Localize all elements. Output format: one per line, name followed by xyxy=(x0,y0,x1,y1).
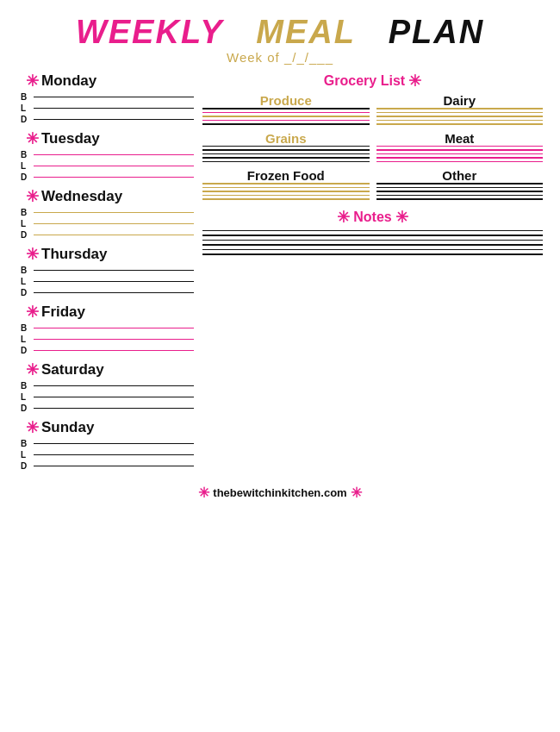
meat-line-5 xyxy=(376,161,544,163)
friday-star-icon: ✳ xyxy=(26,303,39,322)
day-thursday: ✳ Thursday B L D xyxy=(17,245,194,297)
produce-lines xyxy=(202,108,370,128)
thursday-b-label: B xyxy=(21,266,31,275)
grains-lines xyxy=(202,146,370,166)
tuesday-dinner-row: D xyxy=(17,172,194,182)
day-sunday-header: ✳ Sunday xyxy=(17,418,194,437)
other-label: Other xyxy=(376,168,544,183)
other-line-5 xyxy=(376,198,544,200)
other-lines xyxy=(376,183,544,203)
sunday-d-line xyxy=(34,466,194,467)
other-line-3 xyxy=(376,191,544,192)
thursday-b-line xyxy=(34,270,194,272)
frozen-line-4 xyxy=(202,195,370,197)
thursday-l-line xyxy=(34,281,194,283)
grocery-list-title: Grocery List xyxy=(324,73,405,89)
sunday-label: Sunday xyxy=(41,419,94,436)
dairy-label: Dairy xyxy=(376,93,544,108)
wednesday-d-label: D xyxy=(21,230,31,240)
friday-b-label: B xyxy=(21,323,31,333)
monday-l-line xyxy=(34,108,194,109)
sunday-dinner-row: D xyxy=(17,461,194,471)
sunday-l-line xyxy=(34,454,194,456)
thursday-star-icon: ✳ xyxy=(26,245,39,264)
notes-line-4 xyxy=(202,244,543,246)
notes-line-1 xyxy=(202,230,543,232)
friday-l-label: L xyxy=(21,335,31,344)
monday-breakfast-row: B xyxy=(17,92,194,102)
tuesday-d-label: D xyxy=(21,172,31,182)
notes-line-2 xyxy=(202,235,543,236)
monday-star-icon: ✳ xyxy=(26,72,39,91)
thursday-d-line xyxy=(34,292,194,294)
produce-line-2 xyxy=(202,112,370,114)
tuesday-label: Tuesday xyxy=(41,130,100,147)
day-thursday-header: ✳ Thursday xyxy=(17,245,194,264)
grains-label: Grains xyxy=(202,131,370,146)
other-line-4 xyxy=(376,195,544,197)
friday-label: Friday xyxy=(41,303,85,321)
notes-title: Notes xyxy=(353,210,391,225)
day-tuesday: ✳ Tuesday B L D xyxy=(17,129,194,182)
wednesday-lunch-row: L xyxy=(17,219,194,228)
wednesday-d-line xyxy=(34,235,194,236)
produce-line-3 xyxy=(202,116,370,117)
day-wednesday: ✳ Wednesday B L D xyxy=(17,187,194,240)
saturday-d-label: D xyxy=(21,404,31,413)
tuesday-star-icon: ✳ xyxy=(26,129,39,148)
notes-line-5 xyxy=(202,249,543,251)
frozen-line-1 xyxy=(202,183,370,185)
sunday-b-label: B xyxy=(21,439,31,448)
monday-lunch-row: L xyxy=(17,103,194,113)
wednesday-dinner-row: D xyxy=(17,230,194,240)
thursday-d-label: D xyxy=(21,288,31,297)
monday-d-label: D xyxy=(21,115,31,124)
frozen-line-3 xyxy=(202,191,370,192)
sunday-l-label: L xyxy=(21,450,31,460)
header: WEEKLY MEAL PLAN Week of _/_/___ xyxy=(17,16,543,65)
monday-l-label: L xyxy=(21,103,31,113)
tuesday-l-label: L xyxy=(21,161,31,171)
grains-meat-lines xyxy=(202,146,543,166)
title-weekly: WEEKLY xyxy=(76,14,224,50)
day-monday-header: ✳ Monday xyxy=(17,72,194,91)
dairy-line-2 xyxy=(376,112,544,114)
wednesday-label: Wednesday xyxy=(41,188,122,205)
wednesday-b-label: B xyxy=(21,208,31,217)
meat-label: Meat xyxy=(376,131,544,146)
meat-line-4 xyxy=(376,157,544,159)
notes-line-3 xyxy=(202,240,543,241)
saturday-label: Saturday xyxy=(41,361,104,379)
friday-l-line xyxy=(34,339,194,341)
day-tuesday-header: ✳ Tuesday xyxy=(17,129,194,148)
wednesday-star-icon: ✳ xyxy=(26,187,39,206)
thursday-lunch-row: L xyxy=(17,277,194,286)
right-column: Grocery List ✳ Produce Dairy xyxy=(202,72,543,476)
monday-label: Monday xyxy=(41,72,96,90)
saturday-lunch-row: L xyxy=(17,392,194,402)
day-sunday: ✳ Sunday B L D xyxy=(17,418,194,471)
day-monday: ✳ Monday B L D xyxy=(17,72,194,124)
title-meal: MEAL xyxy=(256,14,356,50)
saturday-l-line xyxy=(34,397,194,398)
friday-d-line xyxy=(34,350,194,352)
produce-dairy-labels: Produce Dairy xyxy=(202,93,543,108)
title-plan: PLAN xyxy=(389,14,484,50)
grains-line-4 xyxy=(202,157,370,159)
dairy-line-4 xyxy=(376,120,544,122)
grains-line-3 xyxy=(202,153,370,155)
wednesday-l-label: L xyxy=(21,219,31,228)
notes-lines xyxy=(202,230,543,259)
footer: ✳ thebewitchinkitchen.com ✳ xyxy=(17,485,543,501)
meat-lines xyxy=(376,146,544,166)
monday-d-line xyxy=(34,119,194,121)
wednesday-b-line xyxy=(34,212,194,214)
grains-meat-labels: Grains Meat xyxy=(202,131,543,146)
produce-line-1 xyxy=(202,108,370,109)
dairy-line-1 xyxy=(376,108,544,109)
tuesday-d-line xyxy=(34,177,194,178)
tuesday-b-label: B xyxy=(21,150,31,160)
frozen-lines xyxy=(202,183,370,203)
day-wednesday-header: ✳ Wednesday xyxy=(17,187,194,206)
other-line-2 xyxy=(376,187,544,189)
